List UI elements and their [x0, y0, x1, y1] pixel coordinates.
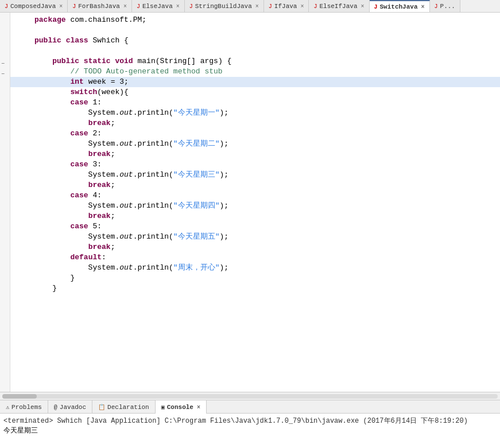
tab-close[interactable]: × — [300, 3, 304, 10]
code-line: System.out.println("今天星期二"); — [10, 139, 500, 149]
code-line: switch(week){ — [10, 87, 500, 98]
code-editor[interactable]: package com.chainsoft.PM; public class S… — [10, 13, 500, 392]
java-icon: J — [374, 4, 378, 10]
fold-icon-class[interactable]: − — [1, 61, 5, 67]
code-line: case 3: — [10, 159, 500, 170]
tab-close[interactable]: × — [255, 3, 259, 10]
code-line: case 2: — [10, 128, 500, 139]
tab-label: ElseIfJava — [319, 3, 357, 10]
console-panel: <terminated> Swhich [Java Application] C… — [0, 414, 500, 448]
tab-close[interactable]: × — [123, 3, 127, 10]
tab-else[interactable]: J ElseJava × — [132, 0, 185, 13]
scrollbar-track[interactable] — [2, 394, 498, 399]
tab-console[interactable]: ▣ Console × — [156, 400, 207, 414]
java-icon: J — [5, 3, 8, 10]
tab-javadoc[interactable]: @ Javadoc — [48, 400, 92, 414]
horizontal-scrollbar[interactable] — [0, 392, 500, 400]
tab-console-label: Console — [167, 404, 193, 411]
tab-label: ForBashJava — [78, 3, 120, 10]
code-line: break; — [10, 118, 500, 128]
code-line: } — [10, 273, 500, 283]
problems-icon: ⚠ — [6, 404, 9, 411]
code-line: case 5: — [10, 221, 500, 232]
code-line: public static void main(String[] args) { — [10, 56, 500, 67]
code-line: break; — [10, 149, 500, 159]
tab-stringbuild[interactable]: J StringBuildJava × — [185, 0, 264, 13]
java-icon: J — [435, 3, 438, 10]
code-line: public class Swhich { — [10, 36, 500, 46]
code-line: case 4: — [10, 190, 500, 201]
tab-problems-label: Problems — [11, 404, 42, 411]
tab-close[interactable]: × — [421, 4, 425, 10]
code-line — [10, 25, 500, 36]
console-output-line: 今天星期三 — [3, 426, 497, 435]
scrollbar-thumb[interactable] — [2, 394, 37, 399]
code-line: case 1: — [10, 98, 500, 108]
declaration-icon: 📋 — [98, 404, 105, 411]
tab-forbash[interactable]: J ForBashJava × — [68, 0, 132, 13]
console-icon: ▣ — [161, 404, 165, 411]
tab-label: P... — [440, 3, 455, 10]
tab-label: ElseJava — [142, 3, 173, 10]
java-icon: J — [189, 3, 193, 10]
code-line: break; — [10, 180, 500, 190]
tab-label: IfJava — [274, 3, 297, 10]
code-line: System.out.println("今天星期四"); — [10, 201, 500, 211]
code-line: break; — [10, 242, 500, 252]
java-icon: J — [269, 3, 272, 10]
tab-close[interactable]: × — [59, 3, 63, 10]
tab-composedjava[interactable]: J ComposedJava × — [0, 0, 68, 13]
tab-console-close[interactable]: × — [197, 404, 200, 411]
code-line: System.out.println("今天星期三"); — [10, 170, 500, 180]
code-line: default: — [10, 252, 500, 263]
editor-gutter: − − — [0, 13, 10, 392]
bottom-tab-bar: ⚠ Problems @ Javadoc 📋 Declaration ▣ Con… — [0, 400, 500, 414]
fold-icon-method[interactable]: − — [1, 71, 5, 77]
java-icon: J — [313, 3, 317, 10]
java-icon: J — [137, 3, 140, 10]
code-line — [10, 46, 500, 56]
tab-label: StringBuildJava — [195, 3, 252, 10]
tab-problems[interactable]: ⚠ Problems — [0, 400, 48, 414]
tab-switch[interactable]: J SwitchJava × — [370, 0, 430, 13]
code-line: } — [10, 283, 500, 294]
code-line: break; — [10, 211, 500, 221]
code-line: System.out.println("今天星期一"); — [10, 108, 500, 118]
tab-bar: J ComposedJava × J ForBashJava × J ElseJ… — [0, 0, 500, 13]
tab-declaration[interactable]: 📋 Declaration — [92, 400, 156, 414]
tab-more[interactable]: J P... — [430, 0, 460, 13]
tab-elseif[interactable]: J ElseIfJava × — [309, 0, 369, 13]
code-line-highlighted: int week = 3; — [10, 77, 500, 87]
javadoc-icon: @ — [54, 404, 57, 411]
console-terminated-line: <terminated> Swhich [Java Application] C… — [3, 416, 497, 426]
tab-declaration-label: Declaration — [107, 404, 149, 411]
tab-label: SwitchJava — [380, 3, 418, 10]
java-icon: J — [72, 3, 76, 10]
tab-close[interactable]: × — [361, 3, 364, 10]
tab-label: ComposedJava — [10, 3, 56, 10]
code-line: System.out.println("周末，开心"); — [10, 263, 500, 273]
tab-close[interactable]: × — [176, 3, 180, 10]
editor-area: − − package com.chainsoft.PM; public cla… — [0, 13, 500, 392]
tab-if[interactable]: J IfJava × — [264, 0, 309, 13]
code-line: package com.chainsoft.PM; — [10, 15, 500, 25]
tab-javadoc-label: Javadoc — [60, 404, 86, 411]
code-line: // TODO Auto-generated method stub — [10, 67, 500, 77]
code-line: System.out.println("今天星期五"); — [10, 232, 500, 242]
